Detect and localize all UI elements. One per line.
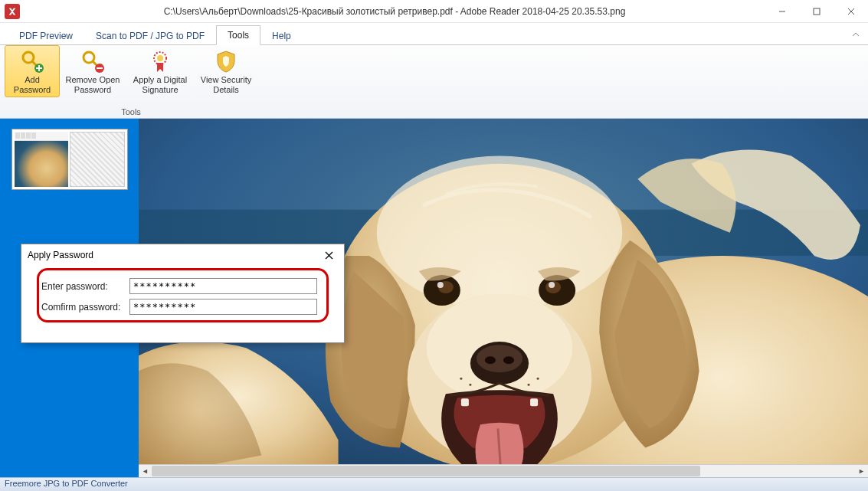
svg-point-36 bbox=[460, 378, 462, 380]
svg-point-16 bbox=[157, 55, 163, 61]
remove-open-password-label: Remove Open Password bbox=[62, 75, 123, 95]
scroll-track[interactable] bbox=[152, 465, 855, 477]
minimize-button[interactable] bbox=[765, 0, 799, 23]
close-button[interactable] bbox=[834, 0, 868, 23]
ribbon: Add Password Remove Open Password Apply … bbox=[0, 45, 868, 119]
tab-tools[interactable]: Tools bbox=[216, 25, 260, 45]
tab-help[interactable]: Help bbox=[260, 26, 303, 45]
svg-point-39 bbox=[537, 378, 539, 380]
horizontal-scrollbar[interactable]: ◄ ► bbox=[139, 464, 868, 477]
signature-ribbon-icon bbox=[148, 49, 172, 74]
svg-point-10 bbox=[84, 52, 94, 63]
enter-password-input[interactable] bbox=[129, 278, 317, 294]
svg-point-26 bbox=[437, 282, 444, 288]
tab-bar: PDF Preview Scan to PDF / JPG to PDF Too… bbox=[0, 23, 868, 45]
scroll-thumb[interactable] bbox=[152, 466, 700, 476]
svg-rect-35 bbox=[530, 398, 538, 406]
page-thumbnail[interactable] bbox=[12, 129, 127, 189]
svg-point-31 bbox=[477, 345, 522, 372]
view-security-details-label: View Security Details bbox=[197, 75, 255, 95]
svg-point-4 bbox=[23, 52, 34, 63]
ribbon-group-label: Tools bbox=[121, 107, 141, 118]
window-controls bbox=[765, 0, 868, 23]
dialog-close-button[interactable] bbox=[319, 247, 338, 263]
app-icon bbox=[5, 4, 20, 19]
title-bar: C:\Users\Альберт\Downloads\25-Красивый з… bbox=[0, 0, 868, 23]
ribbon-collapse-button[interactable] bbox=[845, 23, 866, 46]
svg-point-37 bbox=[469, 384, 471, 386]
svg-rect-1 bbox=[814, 8, 820, 15]
svg-point-29 bbox=[549, 282, 555, 288]
ribbon-group-tools: Add Password Remove Open Password Apply … bbox=[5, 45, 257, 118]
svg-point-21 bbox=[377, 156, 623, 309]
confirm-password-input[interactable] bbox=[129, 299, 317, 315]
add-password-button[interactable]: Add Password bbox=[5, 45, 60, 97]
status-bar: Freemore JPG to PDF Converter bbox=[0, 477, 868, 491]
svg-point-38 bbox=[528, 384, 530, 386]
confirm-password-label: Comfirm password: bbox=[41, 302, 129, 313]
tab-scan-to-pdf[interactable]: Scan to PDF / JPG to PDF bbox=[84, 26, 216, 45]
scroll-left-button[interactable]: ◄ bbox=[139, 465, 152, 477]
svg-rect-34 bbox=[461, 398, 469, 406]
scroll-right-button[interactable]: ► bbox=[855, 465, 868, 477]
thumbnail-page-1 bbox=[15, 132, 68, 187]
remove-open-password-button[interactable]: Remove Open Password bbox=[60, 45, 126, 97]
svg-point-32 bbox=[485, 356, 496, 364]
shield-icon bbox=[214, 49, 238, 74]
dialog-title: Apply Password bbox=[28, 250, 93, 260]
dialog-titlebar[interactable]: Apply Password bbox=[21, 244, 344, 266]
thumbnail-page-2 bbox=[70, 132, 125, 187]
apply-digital-signature-label: Apply a Digital Signature bbox=[128, 75, 192, 95]
add-password-label: Add Password bbox=[7, 75, 57, 95]
apply-password-dialog: Apply Password Enter password: Comfirm p… bbox=[21, 244, 345, 343]
window-title: C:\Users\Альберт\Downloads\25-Красивый з… bbox=[25, 6, 765, 17]
enter-password-label: Enter password: bbox=[41, 281, 129, 292]
key-remove-icon bbox=[80, 49, 105, 74]
tab-pdf-preview[interactable]: PDF Preview bbox=[8, 26, 84, 45]
apply-digital-signature-button[interactable]: Apply a Digital Signature bbox=[126, 45, 195, 97]
maximize-button[interactable] bbox=[799, 0, 834, 23]
status-text: Freemore JPG to PDF Converter bbox=[5, 479, 128, 488]
key-add-icon bbox=[20, 49, 44, 74]
svg-point-33 bbox=[503, 356, 514, 364]
view-security-details-button[interactable]: View Security Details bbox=[195, 45, 257, 97]
